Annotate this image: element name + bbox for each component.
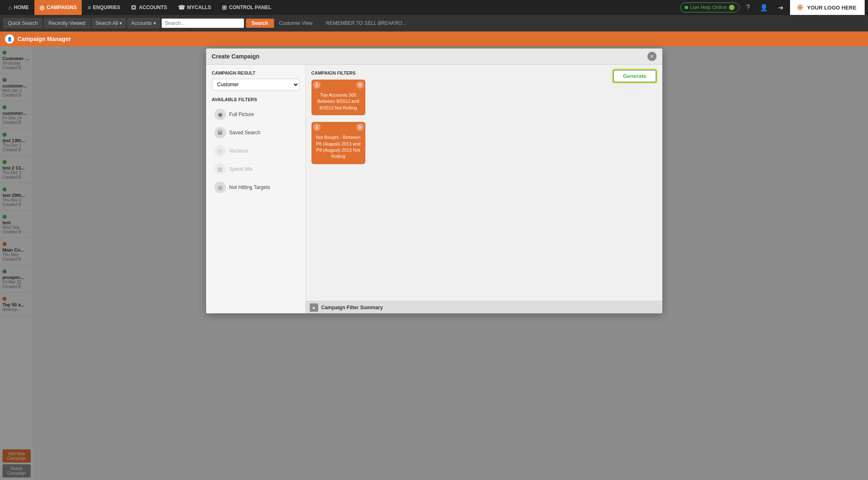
nav-home[interactable]: ⌂ HOME: [3, 0, 34, 15]
forward-icon[interactable]: ➜: [775, 2, 787, 13]
campaign-manager-header: 👤 Campaign Manager: [0, 32, 868, 46]
cm-title: Campaign Manager: [17, 36, 71, 42]
not-hitting-targets-icon: ◎: [214, 182, 226, 193]
ticker-text: REMEMBER TO SELL BREAKRO...: [326, 20, 406, 26]
enquiries-icon: ≡: [88, 4, 91, 11]
modal-title: Create Campaign: [212, 53, 260, 60]
campaign-filters-label: CAMPAIGN FILTERS: [311, 70, 656, 75]
card-info-button-1[interactable]: ℹ: [313, 81, 321, 89]
customer-view-button[interactable]: Customer View: [276, 19, 316, 28]
filter-variance: ◎ Variance: [212, 142, 299, 160]
filter-full-picture[interactable]: ◉ Full Picture: [212, 105, 299, 124]
card-text-2: Not Bought - Between P8 (August) 2013 an…: [316, 134, 361, 160]
accounts-icon: ⛋: [131, 4, 137, 11]
spend-mix-icon: ▦: [214, 163, 226, 175]
chevron-down-icon: ▾: [153, 20, 156, 26]
nav-control-panel[interactable]: ⊞ CONTROL PANEL: [217, 0, 276, 15]
nav-enquiries[interactable]: ≡ ENQUIRIES: [83, 0, 125, 15]
recently-viewed-button[interactable]: Recently Viewed: [44, 18, 90, 28]
summary-toggle-button[interactable]: ▲: [310, 303, 318, 312]
filter-card-1: ℹ ✕ Top Accounts 300 Between 9/2012 and …: [311, 80, 365, 115]
card-info-button-2[interactable]: ℹ: [313, 124, 321, 131]
logo-icon: ❋: [797, 2, 804, 12]
nav-mycalls[interactable]: ☎ MYCALLS: [173, 0, 216, 15]
modal-left-panel: CAMPAIGN RESULT Customer AVAILABLE FILTE…: [206, 65, 306, 313]
nav-right-area: Live Help Online 🟢 ? 👤 ➜ ❋ YOUR LOGO HER…: [680, 0, 865, 15]
live-help-status-dot: 🟢: [729, 5, 735, 10]
campaign-result-label: CAMPAIGN RESULT: [212, 70, 299, 75]
filter-card-2: ℹ ✕ Not Bought - Between P8 (August) 201…: [311, 122, 365, 164]
modal-body: CAMPAIGN RESULT Customer AVAILABLE FILTE…: [206, 65, 662, 313]
filter-summary-label: Campaign Filter Summary: [321, 305, 383, 310]
modal-right-panel: CAMPAIGN FILTERS Generate ℹ ✕ Top Accoun…: [306, 65, 662, 313]
available-filters-label: AVAILABLE FILTERS: [212, 97, 299, 102]
full-picture-icon: ◉: [214, 109, 226, 120]
user-icon[interactable]: 👤: [756, 2, 771, 13]
variance-icon: ◎: [214, 145, 226, 157]
home-icon: ⌂: [8, 4, 12, 11]
help-icon[interactable]: ?: [743, 2, 753, 13]
filter-not-hitting-targets[interactable]: ◎ Not Hitting Targets: [212, 178, 299, 196]
live-help-dot: [685, 6, 688, 9]
create-campaign-modal: Create Campaign × CAMPAIGN RESULT Custom…: [206, 48, 662, 313]
search-all-dropdown[interactable]: Search All ▾: [92, 18, 126, 28]
saved-search-icon: 🏛: [214, 127, 226, 138]
card-text-1: Top Accounts 300 Between 9/2012 and 8/20…: [316, 92, 361, 111]
logo-area: ❋ YOUR LOGO HERE: [790, 0, 865, 15]
modal-overlay: Create Campaign × CAMPAIGN RESULT Custom…: [0, 46, 868, 480]
cm-avatar: 👤: [5, 34, 14, 44]
mycalls-icon: ☎: [178, 4, 185, 11]
live-help-badge[interactable]: Live Help Online 🟢: [680, 2, 739, 12]
nav-campaigns[interactable]: ◎ CAMPAIGNS: [34, 0, 81, 15]
nav-accounts[interactable]: ⛋ ACCOUNTS: [126, 0, 172, 15]
search-input[interactable]: [161, 18, 244, 28]
quick-search-button[interactable]: Quick Search: [3, 18, 42, 28]
filter-summary-bar: ▲ Campaign Filter Summary: [306, 301, 662, 313]
campaign-result-dropdown[interactable]: Customer: [212, 79, 299, 90]
generate-btn-wrapper: Generate: [613, 70, 656, 82]
campaigns-icon: ◎: [39, 4, 44, 11]
control-panel-icon: ⊞: [222, 4, 227, 11]
main-area: Customer purchase... Yesterday Created B…: [0, 46, 868, 480]
accounts-dropdown[interactable]: Accounts ▾: [127, 18, 159, 28]
chevron-down-icon: ▾: [119, 20, 122, 26]
search-bar: Quick Search Recently Viewed Search All …: [0, 15, 868, 32]
modal-header: Create Campaign ×: [206, 48, 662, 65]
filter-saved-search[interactable]: 🏛 Saved Search: [212, 124, 299, 142]
top-navigation: ⌂ HOME ◎ CAMPAIGNS ≡ ENQUIRIES ⛋ ACCOUNT…: [0, 0, 868, 15]
generate-button[interactable]: Generate: [613, 70, 656, 82]
search-button[interactable]: Search: [246, 19, 274, 28]
logo-text: YOUR LOGO HERE: [807, 5, 856, 11]
filter-cards-container: ℹ ✕ Top Accounts 300 Between 9/2012 and …: [311, 80, 370, 167]
modal-close-button[interactable]: ×: [647, 52, 656, 61]
card-remove-button-2[interactable]: ✕: [356, 124, 364, 131]
filter-spend-mix: ▦ Spend Mix: [212, 160, 299, 178]
card-remove-button-1[interactable]: ✕: [356, 81, 364, 89]
